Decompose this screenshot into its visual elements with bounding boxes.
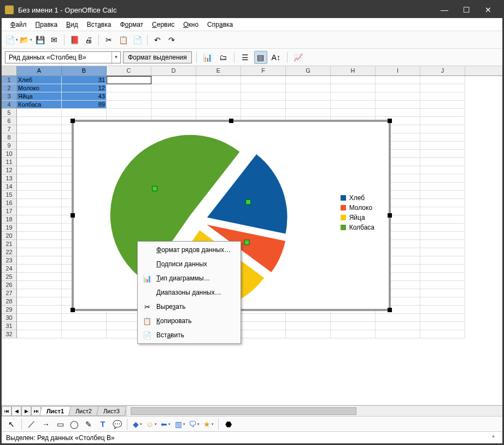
cell-A15[interactable] bbox=[17, 191, 62, 199]
cell-F1[interactable] bbox=[241, 76, 286, 84]
row-header[interactable]: 23 bbox=[2, 256, 17, 265]
cell-A23[interactable] bbox=[17, 256, 62, 265]
cell-C4[interactable] bbox=[107, 101, 151, 109]
cell-J3[interactable] bbox=[420, 92, 465, 101]
cell-A17[interactable] bbox=[17, 207, 62, 215]
cell-B3[interactable]: 43 bbox=[62, 92, 107, 101]
ctx-cut[interactable]: ✂Вырезать bbox=[138, 300, 241, 314]
col-header-I[interactable]: I bbox=[376, 66, 420, 75]
row-header[interactable]: 7 bbox=[2, 125, 17, 133]
cell-A3[interactable]: Яйца bbox=[17, 92, 62, 101]
scale-button[interactable]: A↕ bbox=[269, 51, 283, 64]
cell-J16[interactable] bbox=[420, 199, 465, 207]
cell-I5[interactable] bbox=[376, 109, 420, 117]
menu-help[interactable]: Справка bbox=[203, 19, 237, 30]
cell-A25[interactable] bbox=[17, 273, 62, 281]
cell-G30[interactable] bbox=[286, 314, 331, 322]
cell-A13[interactable] bbox=[17, 174, 62, 183]
cell-J19[interactable] bbox=[420, 224, 465, 232]
row-header[interactable]: 31 bbox=[2, 322, 17, 330]
cell-D4[interactable] bbox=[151, 101, 196, 109]
cell-I4[interactable] bbox=[376, 101, 420, 109]
cell-B30[interactable] bbox=[62, 314, 107, 322]
cell-D3[interactable] bbox=[151, 92, 196, 101]
cell-E3[interactable] bbox=[196, 92, 241, 101]
cell-A1[interactable]: Хлеб bbox=[17, 76, 62, 84]
row-header[interactable]: 15 bbox=[2, 191, 17, 199]
cell-C1[interactable] bbox=[107, 76, 151, 84]
cell-A30[interactable] bbox=[17, 314, 62, 322]
cell-B2[interactable]: 12 bbox=[62, 84, 107, 92]
cell-B32[interactable] bbox=[62, 330, 107, 338]
cell-J22[interactable] bbox=[420, 248, 465, 256]
series-selection-handle[interactable] bbox=[153, 186, 157, 191]
cell-J4[interactable] bbox=[420, 101, 465, 109]
chart-tool-2[interactable]: 🗂 bbox=[216, 51, 230, 64]
cell-C5[interactable] bbox=[107, 109, 151, 117]
cell-G31[interactable] bbox=[286, 322, 331, 330]
block-arrows-tool[interactable]: ⬅ bbox=[159, 418, 172, 431]
cell-B31[interactable] bbox=[62, 322, 107, 330]
cell-B4[interactable]: 89 bbox=[62, 101, 107, 109]
row-header[interactable]: 28 bbox=[2, 297, 17, 306]
col-header-H[interactable]: H bbox=[331, 66, 376, 75]
cell-J18[interactable] bbox=[420, 215, 465, 224]
row-header[interactable]: 10 bbox=[2, 150, 17, 158]
cell-H3[interactable] bbox=[331, 92, 376, 101]
cell-J11[interactable] bbox=[420, 158, 465, 166]
undo-button[interactable]: ↶ bbox=[151, 33, 164, 46]
cell-F4[interactable] bbox=[241, 101, 286, 109]
freeform-tool[interactable]: ✎ bbox=[82, 418, 95, 431]
basic-shapes-tool[interactable]: ◆ bbox=[131, 418, 144, 431]
cell-H32[interactable] bbox=[331, 330, 376, 338]
row-header[interactable]: 11 bbox=[2, 158, 17, 166]
cell-J24[interactable] bbox=[420, 265, 465, 273]
ctx-format-data-series[interactable]: Формат рядов данных… bbox=[138, 243, 241, 257]
name-box[interactable]: Ряд данных «Столбец B» ▼ bbox=[5, 51, 121, 63]
cell-J10[interactable] bbox=[420, 150, 465, 158]
col-header-G[interactable]: G bbox=[286, 66, 331, 75]
cell-G2[interactable] bbox=[286, 84, 331, 92]
corner-cell[interactable] bbox=[2, 66, 17, 75]
row-header[interactable]: 19 bbox=[2, 224, 17, 232]
cell-A31[interactable] bbox=[17, 322, 62, 330]
cell-I2[interactable] bbox=[376, 84, 420, 92]
resize-handle[interactable] bbox=[229, 119, 233, 123]
cell-D2[interactable] bbox=[151, 84, 196, 92]
menu-insert[interactable]: Вставка bbox=[83, 19, 116, 30]
new-doc-button[interactable]: 📄 bbox=[5, 33, 18, 46]
resize-handle[interactable] bbox=[388, 308, 392, 312]
cell-E2[interactable] bbox=[196, 84, 241, 92]
col-header-C[interactable]: C bbox=[107, 66, 151, 75]
cell-D1[interactable] bbox=[151, 76, 196, 84]
callout-tool[interactable]: 💬 bbox=[110, 418, 124, 431]
cell-A27[interactable] bbox=[17, 289, 62, 297]
cell-J8[interactable] bbox=[420, 133, 465, 142]
cell-J28[interactable] bbox=[420, 297, 465, 306]
col-header-A[interactable]: A bbox=[17, 66, 62, 75]
cell-A21[interactable] bbox=[17, 240, 62, 248]
cell-J31[interactable] bbox=[420, 322, 465, 330]
grid-v-button[interactable]: ▤ bbox=[254, 51, 267, 64]
cell-J6[interactable] bbox=[420, 117, 465, 125]
cell-A12[interactable] bbox=[17, 166, 62, 174]
tab-nav-prev[interactable]: ◀ bbox=[11, 406, 21, 416]
cell-A5[interactable] bbox=[17, 109, 62, 117]
cell-A2[interactable]: Молоко bbox=[17, 84, 62, 92]
cell-A32[interactable] bbox=[17, 330, 62, 338]
cell-A18[interactable] bbox=[17, 215, 62, 224]
ctx-paste[interactable]: 📄Вставить bbox=[138, 328, 241, 342]
name-box-dropdown[interactable]: ▼ bbox=[112, 52, 120, 63]
row-header[interactable]: 24 bbox=[2, 265, 17, 273]
cell-J26[interactable] bbox=[420, 281, 465, 289]
row-header[interactable]: 30 bbox=[2, 314, 17, 322]
cell-J23[interactable] bbox=[420, 256, 465, 265]
cell-A7[interactable] bbox=[17, 125, 62, 133]
cell-J17[interactable] bbox=[420, 207, 465, 215]
resize-handle[interactable] bbox=[71, 119, 75, 123]
row-header[interactable]: 32 bbox=[2, 330, 17, 338]
cell-F31[interactable] bbox=[241, 322, 286, 330]
copy-button[interactable]: 📋 bbox=[116, 33, 130, 46]
row-header[interactable]: 26 bbox=[2, 281, 17, 289]
resize-handle[interactable] bbox=[71, 308, 75, 312]
